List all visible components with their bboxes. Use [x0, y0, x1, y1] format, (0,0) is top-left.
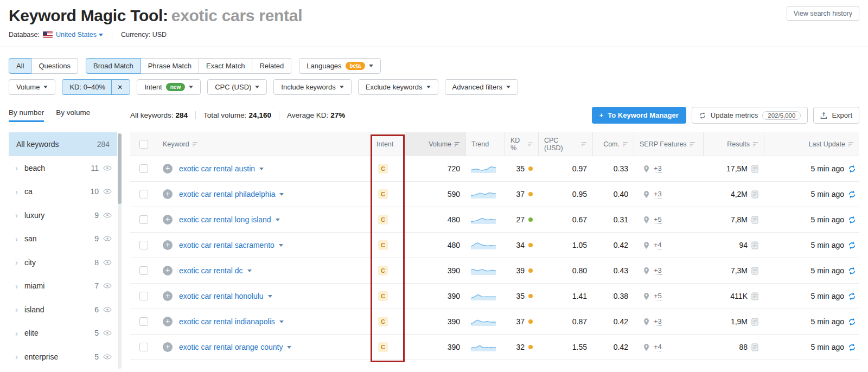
- keyword-dropdown-icon[interactable]: [279, 320, 284, 323]
- filter-include-keywords[interactable]: Include keywords: [273, 79, 351, 95]
- sidebar-scrollbar-thumb[interactable]: [118, 133, 122, 204]
- add-keyword-icon[interactable]: +: [163, 342, 173, 352]
- keyword-link[interactable]: exotic car rental philadelphia: [179, 190, 275, 198]
- match-tab-broad-match[interactable]: Broad Match: [86, 58, 141, 74]
- refresh-row-icon[interactable]: [848, 165, 856, 173]
- keyword-link[interactable]: exotic car rental sacramento: [179, 241, 275, 249]
- keyword-dropdown-icon[interactable]: [259, 168, 264, 170]
- keyword-dropdown-icon[interactable]: [279, 193, 284, 196]
- sidebar-item-miami[interactable]: › miami 7: [9, 274, 117, 298]
- add-keyword-icon[interactable]: +: [163, 215, 173, 225]
- sidebar-item-luxury[interactable]: › luxury 9: [9, 203, 117, 227]
- keyword-link[interactable]: exotic car rental dc: [179, 266, 243, 275]
- view-tab-by-number[interactable]: By number: [9, 108, 44, 122]
- row-checkbox[interactable]: [139, 343, 148, 351]
- add-keyword-icon[interactable]: +: [163, 266, 173, 275]
- keyword-link[interactable]: exotic car rental indianapolis: [179, 317, 275, 326]
- keyword-dropdown-icon[interactable]: [287, 346, 291, 349]
- add-keyword-icon[interactable]: +: [163, 189, 173, 199]
- match-tab-questions[interactable]: Questions: [31, 58, 78, 74]
- keyword-dropdown-icon[interactable]: [268, 295, 272, 298]
- sidebar-item-enterprise[interactable]: › enterprise 5: [9, 345, 117, 369]
- refresh-row-icon[interactable]: [848, 267, 856, 275]
- serp-features-more[interactable]: +5: [654, 215, 662, 224]
- serp-source-icon[interactable]: [751, 165, 758, 173]
- filter-kd-0-40[interactable]: KD: 0–40%✕: [62, 79, 130, 95]
- refresh-row-icon[interactable]: [848, 318, 856, 326]
- add-keyword-icon[interactable]: +: [163, 240, 173, 250]
- serp-features-more[interactable]: +4: [654, 343, 662, 351]
- filter-cpc-usd[interactable]: CPC (USD): [207, 79, 267, 95]
- row-checkbox[interactable]: [139, 164, 148, 173]
- match-tab-phrase-match[interactable]: Phrase Match: [141, 58, 199, 74]
- filter-volume[interactable]: Volume: [9, 79, 55, 95]
- eye-icon[interactable]: [103, 283, 112, 288]
- sort-icon[interactable]: [528, 142, 533, 147]
- eye-icon[interactable]: [103, 260, 112, 265]
- sidebar-item-city[interactable]: › city 8: [9, 251, 117, 274]
- sidebar-item-elite[interactable]: › elite 5: [9, 322, 117, 345]
- row-checkbox[interactable]: [139, 190, 148, 198]
- sort-icon[interactable]: [582, 142, 587, 147]
- serp-features-more[interactable]: +3: [654, 190, 662, 198]
- eye-icon[interactable]: [103, 330, 112, 336]
- chevron-right-icon[interactable]: ›: [15, 305, 18, 314]
- keyword-link[interactable]: exotic car rental orange county: [179, 343, 283, 351]
- row-checkbox[interactable]: [139, 266, 148, 275]
- refresh-row-icon[interactable]: [848, 216, 856, 224]
- match-tab-all[interactable]: All: [9, 58, 31, 74]
- view-search-history-button[interactable]: View search history: [787, 7, 859, 21]
- match-tab-related[interactable]: Related: [252, 58, 291, 74]
- add-keyword-icon[interactable]: +: [163, 317, 173, 326]
- database-selector[interactable]: United States: [56, 31, 103, 39]
- filter-exclude-keywords[interactable]: Exclude keywords: [358, 79, 438, 95]
- keyword-dropdown-icon[interactable]: [276, 219, 280, 221]
- refresh-row-icon[interactable]: [848, 190, 856, 198]
- serp-features-more[interactable]: +3: [654, 317, 662, 326]
- serp-source-icon[interactable]: [751, 190, 758, 198]
- to-keyword-manager-button[interactable]: + To Keyword Manager: [592, 107, 686, 124]
- serp-features-more[interactable]: +3: [654, 164, 662, 173]
- add-keyword-icon[interactable]: +: [163, 164, 173, 174]
- add-keyword-icon[interactable]: +: [163, 291, 173, 301]
- chevron-right-icon[interactable]: ›: [15, 352, 18, 361]
- chevron-right-icon[interactable]: ›: [15, 163, 18, 172]
- sidebar-item-all-keywords[interactable]: All keywords 284: [9, 132, 117, 156]
- serp-source-icon[interactable]: [751, 318, 758, 326]
- serp-source-icon[interactable]: [751, 343, 758, 351]
- update-metrics-button[interactable]: Update metrics 202/5,000: [692, 107, 808, 124]
- serp-source-icon[interactable]: [751, 267, 758, 275]
- refresh-row-icon[interactable]: [848, 343, 856, 351]
- filter-advanced-filters[interactable]: Advanced filters: [445, 79, 519, 95]
- row-checkbox[interactable]: [139, 241, 148, 249]
- row-checkbox[interactable]: [139, 215, 148, 224]
- row-checkbox[interactable]: [139, 317, 148, 326]
- eye-icon[interactable]: [103, 307, 112, 312]
- chevron-right-icon[interactable]: ›: [15, 234, 18, 243]
- languages-dropdown[interactable]: Languages beta: [299, 58, 381, 74]
- serp-source-icon[interactable]: [751, 241, 758, 249]
- chevron-right-icon[interactable]: ›: [15, 187, 18, 196]
- sort-icon[interactable]: [848, 142, 854, 147]
- filter-intent[interactable]: Intentnew: [137, 79, 201, 95]
- eye-icon[interactable]: [103, 354, 112, 360]
- serp-features-more[interactable]: +5: [654, 292, 662, 300]
- select-all-checkbox[interactable]: [139, 140, 148, 149]
- eye-icon[interactable]: [103, 213, 112, 218]
- refresh-row-icon[interactable]: [848, 241, 856, 249]
- sort-icon[interactable]: [690, 142, 695, 147]
- serp-features-more[interactable]: +4: [654, 241, 662, 249]
- sidebar-item-island[interactable]: › island 6: [9, 298, 117, 322]
- export-button[interactable]: Export: [813, 107, 859, 124]
- serp-source-icon[interactable]: [751, 292, 758, 300]
- chevron-right-icon[interactable]: ›: [15, 281, 18, 291]
- sort-icon[interactable]: [193, 142, 198, 147]
- row-checkbox[interactable]: [139, 292, 148, 300]
- sidebar-scrollbar[interactable]: [118, 133, 122, 369]
- sidebar-item-beach[interactable]: › beach 11: [9, 156, 117, 180]
- view-tab-by-volume[interactable]: By volume: [56, 108, 90, 122]
- sidebar-item-san[interactable]: › san 9: [9, 227, 117, 251]
- close-icon[interactable]: ✕: [111, 80, 123, 94]
- eye-icon[interactable]: [103, 236, 112, 241]
- sort-icon[interactable]: [753, 142, 758, 147]
